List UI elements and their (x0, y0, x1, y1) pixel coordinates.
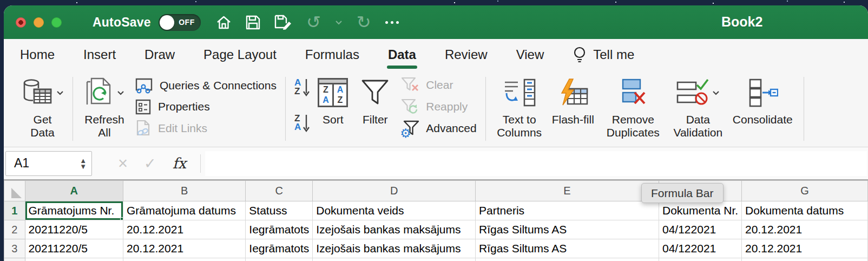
reapply-filter-button[interactable]: Reapply (401, 99, 476, 115)
cell-D1[interactable]: Dokumenta veids (313, 201, 476, 220)
flash-fill-icon (557, 78, 589, 107)
edit-links-label: Edit Links (158, 122, 207, 135)
column-header-C[interactable]: C (246, 181, 313, 201)
formula-input[interactable] (205, 151, 867, 176)
row-header-3[interactable]: 3 (4, 239, 25, 258)
sort-descending-button[interactable]: ZA (294, 114, 310, 132)
sort-ascending-button[interactable]: AZ (294, 78, 310, 96)
cell-B1[interactable]: Grāmatojuma datums (123, 201, 245, 220)
home-button[interactable] (216, 15, 232, 30)
cell-B3[interactable]: 20.12.2021 (123, 239, 245, 258)
sort-button[interactable]: ZA AZ Sort (318, 75, 348, 126)
cell-D2[interactable]: Izejošais bankas maksājums (313, 220, 476, 239)
column-header-G[interactable]: G (742, 181, 868, 201)
get-data-button[interactable]: Get Data (21, 75, 64, 139)
cell-E3[interactable]: Rīgas Siltums AS (476, 239, 659, 258)
advanced-filter-button[interactable]: ⚙ Advanced (401, 120, 476, 136)
save-button[interactable] (246, 15, 260, 30)
save-as-button[interactable] (274, 15, 292, 30)
tell-me-button[interactable]: Tell me (573, 39, 634, 70)
cell-empty[interactable] (659, 258, 742, 261)
refresh-all-label: Refresh All (82, 113, 127, 139)
queries-connections-button[interactable]: Queries & Connections (135, 77, 277, 94)
advanced-filter-label: Advanced (426, 122, 476, 135)
cancel-entry-icon[interactable]: × (118, 154, 128, 173)
data-validation-button[interactable]: Data Validation (671, 75, 725, 139)
row-header-1[interactable]: 1 (4, 201, 25, 220)
tab-insert[interactable]: Insert (83, 39, 116, 70)
cell-G2[interactable]: 20.12.2021 (742, 220, 868, 239)
consolidate-button[interactable]: Consolidate (733, 75, 793, 126)
properties-button[interactable]: Properties (135, 99, 277, 115)
tab-draw[interactable]: Draw (144, 39, 175, 70)
autosave-label: AutoSave (93, 15, 151, 30)
close-button[interactable] (16, 17, 26, 28)
cell-empty[interactable] (476, 258, 659, 261)
cell-C1[interactable]: Statuss (246, 201, 313, 220)
remove-duplicates-button[interactable]: Remove Duplicates (603, 75, 663, 139)
fill-handle[interactable] (120, 217, 123, 220)
cell-E2[interactable]: Rīgas Siltums AS (476, 220, 659, 239)
tab-data[interactable]: Data (388, 39, 416, 70)
zoom-button[interactable] (51, 17, 62, 28)
cell-C3[interactable]: Iegrāmatots (246, 239, 313, 258)
cell-E1[interactable]: Partneris (476, 201, 659, 220)
tab-home[interactable]: Home (20, 39, 55, 70)
column-header-B[interactable]: B (123, 181, 245, 201)
cell-C2[interactable]: Iegrāmatots (246, 220, 313, 239)
column-header-A[interactable]: A (25, 181, 123, 201)
toggle-knob (160, 15, 174, 30)
chevron-down-icon (56, 90, 64, 95)
cell-A2[interactable]: 20211220/5 (25, 220, 123, 239)
queries-connections-label: Queries & Connections (160, 79, 277, 92)
tab-page-layout[interactable]: Page Layout (203, 39, 277, 70)
title-bar: AutoSave OFF ↺ ↻ Book2 (4, 5, 868, 39)
more-commands-button[interactable] (385, 21, 399, 24)
cell-empty[interactable] (742, 258, 868, 261)
excel-window: AutoSave OFF ↺ ↻ Book2 Ho (4, 5, 868, 261)
cell-F2[interactable]: 04/122021 (659, 220, 742, 239)
redo-button[interactable]: ↻ (357, 14, 371, 30)
row-header-next[interactable] (4, 258, 25, 261)
text-to-columns-button[interactable]: Text to Columns (495, 75, 544, 139)
autosave-control: AutoSave OFF (93, 5, 201, 39)
autosave-toggle[interactable]: OFF (159, 14, 201, 31)
name-box-stepper[interactable]: ▲▼ (80, 158, 87, 169)
cell-F3[interactable]: 04/122021 (659, 239, 742, 258)
undo-button[interactable]: ↺ (306, 14, 321, 30)
cell-empty[interactable] (123, 258, 245, 261)
tab-view[interactable]: View (516, 39, 544, 70)
edit-links-button[interactable]: Edit Links (135, 120, 277, 136)
insert-function-button[interactable]: fx (173, 155, 186, 172)
cell-G3[interactable]: 20.12.2021 (742, 239, 868, 258)
column-header-D[interactable]: D (313, 181, 476, 201)
undo-menu-chevron[interactable] (335, 20, 343, 25)
select-all-triangle-icon (11, 188, 22, 198)
cell-D3[interactable]: Izejošais bankas maksājums (313, 239, 476, 258)
filter-button[interactable]: Filter (360, 75, 390, 126)
select-all-button[interactable] (4, 181, 25, 201)
cell-empty[interactable] (246, 258, 313, 261)
cell-F1[interactable]: Dokumenta Nr. (659, 201, 742, 220)
name-box[interactable]: A1 ▲▼ (5, 151, 92, 176)
cell-G1[interactable]: Dokumenta datums (742, 201, 868, 220)
column-header-E[interactable]: E (476, 181, 659, 201)
tell-me-label: Tell me (593, 47, 634, 62)
confirm-entry-icon[interactable]: ✓ (144, 155, 156, 172)
cell-empty[interactable] (25, 258, 123, 261)
sort-label: Sort (323, 113, 344, 126)
cell-empty[interactable] (313, 258, 476, 261)
window-title: Book2 (721, 14, 762, 30)
chevron-down-icon (335, 20, 343, 25)
group-divider (804, 77, 804, 141)
refresh-all-button[interactable]: Refresh All (82, 75, 127, 139)
tab-formulas[interactable]: Formulas (305, 39, 359, 70)
cell-A1[interactable]: Grāmatojums Nr. (25, 201, 123, 220)
flash-fill-button[interactable]: Flash-fill (552, 75, 594, 126)
tab-review[interactable]: Review (445, 39, 488, 70)
minimize-button[interactable] (34, 17, 44, 28)
clear-filter-button[interactable]: Clear (401, 77, 476, 93)
row-header-2[interactable]: 2 (4, 220, 25, 239)
cell-B2[interactable]: 20.12.2021 (123, 220, 245, 239)
cell-A3[interactable]: 20211220/5 (25, 239, 123, 258)
